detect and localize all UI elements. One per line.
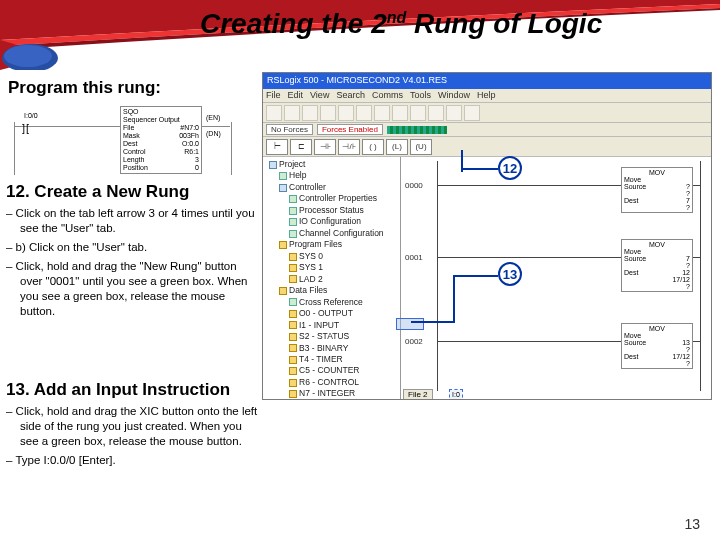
menu-item[interactable]: Search (336, 90, 365, 101)
toolbar-button[interactable] (266, 105, 282, 121)
tree-item[interactable]: Project (265, 159, 398, 170)
ote-button[interactable]: ( ) (362, 139, 384, 155)
folder-icon (289, 275, 297, 283)
tree-item-label: Project (279, 159, 305, 169)
xic-drag-preview: I:0] [0 (449, 389, 463, 400)
rung-number[interactable]: 0001 (405, 253, 423, 262)
step-13-bullets: Click, hold and drag the XIC button onto… (6, 404, 261, 472)
folder-icon (279, 184, 287, 192)
folder-icon (279, 287, 287, 295)
list-item: Click on the tab left arrow 3 or 4 times… (6, 206, 261, 236)
tree-item[interactable]: S2 - STATUS (265, 331, 398, 342)
menu-item[interactable]: Window (438, 90, 470, 101)
sqo-box: SQO Sequencer Output File#N7:0 Mask003Fh… (120, 106, 202, 174)
toolbar-button[interactable] (338, 105, 354, 121)
tree-item[interactable]: R6 - CONTROL (265, 377, 398, 388)
project-tree[interactable]: ProjectHelpControllerController Properti… (263, 157, 401, 400)
tree-item[interactable]: Help (265, 170, 398, 181)
tree-item[interactable]: C5 - COUNTER (265, 365, 398, 376)
branch-button[interactable]: ⊏ (290, 139, 312, 155)
tree-item-label: N7 - INTEGER (299, 388, 355, 398)
menu-item[interactable]: Tools (410, 90, 431, 101)
title-banner: Creating the 2nd Rung of Logic (0, 0, 720, 70)
rung-number[interactable]: 0002 (405, 337, 423, 346)
folder-icon (289, 367, 297, 375)
tree-item[interactable]: Cross Reference (265, 297, 398, 308)
tree-item[interactable]: T4 - TIMER (265, 354, 398, 365)
toolbar-button[interactable] (356, 105, 372, 121)
callout-line (453, 275, 455, 323)
toolbar-button[interactable] (302, 105, 318, 121)
drop-indicator (396, 318, 424, 330)
toolbar-button[interactable] (446, 105, 462, 121)
xio-button[interactable]: ⊣/⊦ (338, 139, 360, 155)
tree-item[interactable]: B3 - BINARY (265, 343, 398, 354)
toolbar-main (263, 103, 711, 123)
tree-item[interactable]: Controller (265, 182, 398, 193)
folder-icon (289, 218, 297, 226)
file-tab[interactable]: File 2 (403, 389, 433, 400)
tree-item[interactable]: SYS 1 (265, 262, 398, 273)
folder-icon (289, 379, 297, 387)
toolbar-button[interactable] (320, 105, 336, 121)
callout-line (453, 275, 498, 277)
menu-item[interactable]: View (310, 90, 329, 101)
toolbar-button[interactable] (428, 105, 444, 121)
folder-icon (289, 344, 297, 352)
callout-line (461, 168, 498, 170)
tree-item[interactable]: I1 - INPUT (265, 320, 398, 331)
otu-button[interactable]: (U) (410, 139, 432, 155)
tree-item[interactable]: N7 - INTEGER (265, 388, 398, 399)
svg-point-1 (4, 45, 52, 67)
folder-icon (269, 161, 277, 169)
tree-item[interactable]: LAD 2 (265, 274, 398, 285)
list-item: b) Click on the "User" tab. (6, 240, 261, 255)
toolbar-button[interactable] (464, 105, 480, 121)
tree-item[interactable]: Processor Status (265, 205, 398, 216)
folder-icon (279, 241, 287, 249)
tree-item[interactable]: IO Configuration (265, 216, 398, 227)
status-bar: No Forces Forces Enabled (263, 123, 711, 137)
tree-item-label: Controller (289, 182, 326, 192)
tree-item[interactable]: Channel Configuration (265, 228, 398, 239)
xic-label: I:0/0 (24, 112, 38, 119)
tree-item[interactable]: Program Files (265, 239, 398, 250)
step-12-heading: 12. Create a New Rung (6, 182, 189, 202)
folder-icon (289, 390, 297, 398)
tree-item[interactable]: Data Files (265, 285, 398, 296)
menu-item[interactable]: Help (477, 90, 496, 101)
tree-item[interactable]: SYS 0 (265, 251, 398, 262)
forces-enabled-label: Forces Enabled (317, 124, 383, 135)
menu-item[interactable]: Edit (288, 90, 304, 101)
no-forces-label: No Forces (266, 124, 313, 135)
sqo-dn: (DN) (206, 130, 221, 137)
folder-icon (289, 253, 297, 261)
toolbar-button[interactable] (392, 105, 408, 121)
instruction-box[interactable]: MOVMoveSource??Dest7? (621, 167, 693, 213)
tree-item-label: C5 - COUNTER (299, 365, 359, 375)
ladder-editor[interactable]: File 2 0000MOVMoveSource??Dest7?0001MOVM… (401, 157, 711, 400)
toolbar-button[interactable] (374, 105, 390, 121)
tree-item-label: Processor Status (299, 205, 364, 215)
tree-item[interactable]: O0 - OUTPUT (265, 308, 398, 319)
otl-button[interactable]: (L) (386, 139, 408, 155)
instruction-box[interactable]: MOVMoveSource13?Dest17/12? (621, 323, 693, 369)
folder-icon (289, 298, 297, 306)
tree-item-label: I1 - INPUT (299, 320, 339, 330)
callout-13: 13 (498, 262, 522, 286)
toolbar-button[interactable] (284, 105, 300, 121)
toolbar-button[interactable] (410, 105, 426, 121)
rung-number[interactable]: 0000 (405, 181, 423, 190)
xic-button[interactable]: ⊣⊦ (314, 139, 336, 155)
tree-item-label: SYS 1 (299, 262, 323, 272)
instruction-box[interactable]: MOVMoveSource7?Dest1217/12? (621, 239, 693, 292)
list-item: Click, hold and drag the XIC button onto… (6, 404, 261, 449)
menu-item[interactable]: File (266, 90, 281, 101)
new-rung-button[interactable]: ⊢ (266, 139, 288, 155)
folder-icon (289, 230, 297, 238)
callout-line (411, 321, 455, 323)
menu-bar[interactable]: File Edit View Search Comms Tools Window… (263, 89, 711, 103)
tree-item[interactable]: Controller Properties (265, 193, 398, 204)
menu-item[interactable]: Comms (372, 90, 403, 101)
status-stripe (387, 126, 447, 134)
